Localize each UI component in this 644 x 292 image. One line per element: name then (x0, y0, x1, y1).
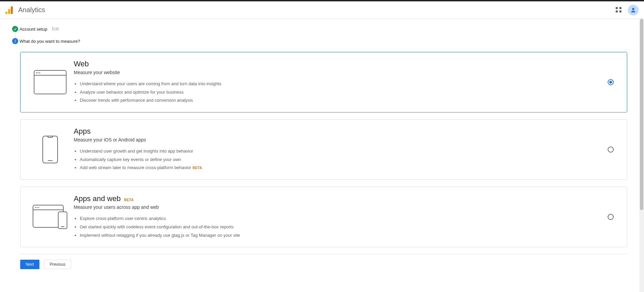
app-header: Analytics (0, 1, 644, 19)
option-bullet: Analyze user behavior and optimize for y… (80, 88, 604, 97)
svg-point-0 (632, 8, 635, 10)
option-title: Apps and web BETA (74, 194, 604, 203)
phone-icon (30, 136, 70, 163)
step-what-to-measure: 2 What do you want to measure? (0, 35, 644, 47)
option-bullet: Automatically capture key events or defi… (80, 156, 604, 164)
step-label: What do you want to measure? (20, 39, 80, 44)
option-bullet: Implement without retagging if you alrea… (80, 231, 604, 240)
step-complete-icon (12, 26, 18, 32)
svg-point-3 (36, 72, 37, 73)
page-title: Analytics (18, 6, 45, 14)
option-title: Web (74, 60, 604, 68)
svg-rect-1 (34, 70, 66, 94)
option-subtitle: Measure your website (74, 70, 604, 75)
option-bullet: Add web stream later to measure cross-pl… (80, 164, 604, 172)
option-card-apps[interactable]: Apps Measure your iOS or Android apps Un… (20, 119, 627, 180)
radio-apps-web[interactable] (608, 214, 614, 220)
svg-rect-14 (58, 212, 67, 229)
scrollbar-thumb[interactable] (640, 19, 643, 210)
beta-badge: BETA (193, 166, 202, 170)
step-number-badge: 2 (12, 38, 18, 44)
option-bullet: Get started quickly with codeless event … (80, 223, 604, 231)
option-subtitle: Measure your iOS or Android apps (74, 137, 604, 142)
radio-web[interactable] (608, 79, 614, 85)
browser-and-phone-icon (30, 203, 70, 231)
previous-button[interactable]: Previous (44, 260, 71, 269)
account-avatar[interactable] (628, 5, 639, 15)
svg-point-13 (38, 207, 39, 208)
option-title: Apps (74, 127, 604, 136)
option-bullet: Understand where your users are coming f… (80, 80, 604, 88)
svg-point-11 (35, 207, 36, 208)
next-button[interactable]: Next (20, 260, 39, 269)
svg-rect-7 (48, 136, 53, 137)
option-bullet: Understand user growth and get insights … (80, 147, 604, 156)
step-account-setup: Account setup Edit (0, 23, 644, 35)
option-subtitle: Measure your users across app and web (74, 204, 604, 210)
section-divider (20, 254, 627, 254)
step-label: Account setup (20, 27, 47, 32)
option-bullet: Discover trends with performance and con… (80, 96, 604, 105)
vertical-scrollbar[interactable] (639, 19, 644, 283)
analytics-logo-icon (5, 6, 13, 14)
radio-apps[interactable] (608, 147, 614, 153)
option-card-web[interactable]: Web Measure your website Understand wher… (20, 52, 627, 112)
option-bullet: Explore cross-platform user-centric anal… (80, 215, 604, 223)
svg-point-12 (37, 207, 38, 208)
svg-rect-6 (43, 136, 58, 163)
svg-point-5 (39, 72, 40, 73)
edit-step-link[interactable]: Edit (52, 27, 59, 31)
beta-badge: BETA (124, 198, 133, 202)
option-card-apps-web[interactable]: Apps and web BETA Measure your users acr… (20, 187, 627, 247)
google-apps-icon[interactable] (616, 7, 622, 13)
browser-window-icon (30, 70, 70, 94)
svg-point-4 (38, 72, 39, 73)
